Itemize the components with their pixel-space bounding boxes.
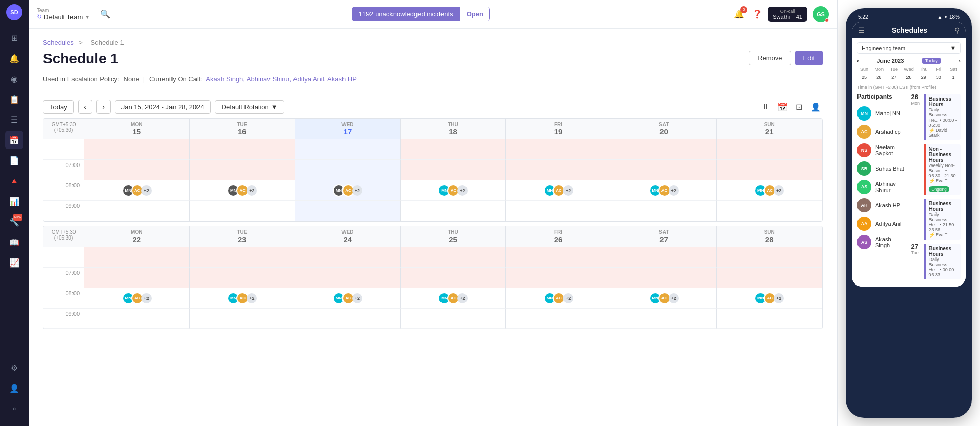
w2-thu-pre[interactable] xyxy=(401,247,506,268)
w1-wed-0800[interactable]: MN AC +2 xyxy=(295,180,401,201)
mini-cal-prev[interactable]: ‹ xyxy=(857,58,859,64)
sidebar-item-reports[interactable]: 📄 xyxy=(5,151,23,170)
sidebar-item-alerts[interactable]: 🔔 xyxy=(5,49,23,67)
breadcrumb-parent[interactable]: Schedules xyxy=(43,39,74,46)
w2-fri-pre[interactable] xyxy=(506,247,611,268)
sidebar-item-user-profile[interactable]: 👤 xyxy=(5,379,23,397)
w1-wed-0900[interactable] xyxy=(295,201,401,221)
w1-sat-pre[interactable] xyxy=(611,139,717,160)
w2-tue-pre[interactable] xyxy=(190,247,296,268)
w2-wed-0700[interactable] xyxy=(295,268,401,288)
event-wed-0800[interactable]: MN AC +2 xyxy=(333,184,362,197)
w2-sat-0900[interactable] xyxy=(611,309,717,329)
sidebar-user-avatar[interactable]: SD xyxy=(6,4,22,20)
mini-cal-30[interactable]: 30 xyxy=(932,74,946,81)
w1-mon-0800[interactable]: MN AC +2 xyxy=(84,180,190,201)
w1-sat-0900[interactable] xyxy=(611,201,717,221)
mini-cal-1[interactable]: 1 xyxy=(946,74,961,81)
w1-thu-pre[interactable] xyxy=(401,139,506,160)
event-w2-mon[interactable]: MN AC +2 xyxy=(122,292,152,304)
sidebar-item-incidents[interactable]: 📋 xyxy=(5,90,23,108)
oncall-people-link[interactable]: Akash Singh, Abhinav Shirur, Aditya Anil… xyxy=(206,75,357,83)
event-thu-0800[interactable]: MN AC +2 xyxy=(438,184,468,197)
incident-banner[interactable]: 1192 unacknowledged incidents Open xyxy=(352,7,490,21)
w2-sat-pre[interactable] xyxy=(611,247,717,268)
event-mon-0800[interactable]: MN AC +2 xyxy=(122,184,152,197)
w2-tue-0800[interactable]: MN AC +2 xyxy=(190,288,296,309)
w2-sun-0900[interactable] xyxy=(717,309,822,329)
w2-sat-0800[interactable]: MN AC +2 xyxy=(611,288,717,309)
event-fri-0800[interactable]: MN AC +2 xyxy=(544,184,573,197)
w2-fri-0900[interactable] xyxy=(506,309,611,329)
w2-mon-0700[interactable] xyxy=(84,268,190,288)
sidebar-item-schedules[interactable]: 📅 xyxy=(5,131,23,149)
w1-fri-0900[interactable] xyxy=(506,201,611,221)
w2-fri-0800[interactable]: MN AC +2 xyxy=(506,288,611,309)
calendar-icon[interactable]: 📅 xyxy=(775,100,790,114)
event-sun-0800[interactable]: MN AC +2 xyxy=(754,184,784,197)
w2-sun-pre[interactable] xyxy=(717,247,822,268)
sidebar-expand-btn[interactable]: » xyxy=(5,399,23,418)
w1-mon-pre[interactable] xyxy=(84,139,190,160)
edit-button[interactable]: Edit xyxy=(795,51,823,65)
event-w2-sat[interactable]: MN AC +2 xyxy=(649,292,679,304)
event-w2-sun[interactable]: MN AC +2 xyxy=(754,292,784,304)
event-w2-wed[interactable]: MN AC +2 xyxy=(333,292,362,304)
w2-wed-0900[interactable] xyxy=(295,309,401,329)
w1-thu-0800[interactable]: MN AC +2 xyxy=(401,180,506,201)
w2-mon-pre[interactable] xyxy=(84,247,190,268)
w2-tue-0900[interactable] xyxy=(190,309,296,329)
user-avatar-button[interactable]: GS xyxy=(813,6,829,22)
mini-cal-27[interactable]: 27 xyxy=(887,74,901,81)
w2-mon-0900[interactable] xyxy=(84,309,190,329)
sidebar-item-new[interactable]: 🔧 NEW xyxy=(5,212,23,231)
w1-sat-0800[interactable]: MN AC +2 xyxy=(611,180,717,201)
w1-fri-pre[interactable] xyxy=(506,139,611,160)
event-w2-thu[interactable]: MN AC +2 xyxy=(438,292,468,304)
w1-wed-0700[interactable] xyxy=(295,160,401,180)
w1-sun-0700[interactable] xyxy=(717,160,822,180)
phone-menu-icon[interactable]: ☰ xyxy=(858,26,865,34)
w1-sat-0700[interactable] xyxy=(611,160,717,180)
incident-open-btn[interactable]: Open xyxy=(460,7,490,21)
w2-fri-0700[interactable] xyxy=(506,268,611,288)
mini-cal-29[interactable]: 29 xyxy=(917,74,931,81)
mini-cal-25[interactable]: 25 xyxy=(857,74,871,81)
rotation-dropdown[interactable]: Default Rotation ▼ xyxy=(215,100,284,114)
w1-fri-0700[interactable] xyxy=(506,160,611,180)
search-button[interactable]: 🔍 xyxy=(100,9,110,19)
phone-team-dropdown[interactable]: Engineering team ▼ xyxy=(857,42,961,54)
sidebar-item-analytics[interactable]: 📊 xyxy=(5,192,23,210)
sidebar-item-status[interactable]: ◉ xyxy=(5,69,23,88)
w1-tue-0700[interactable] xyxy=(190,160,296,180)
remove-button[interactable]: Remove xyxy=(749,51,791,65)
w2-sun-0700[interactable] xyxy=(717,268,822,288)
user-icon[interactable]: 👤 xyxy=(808,100,823,114)
w1-tue-0900[interactable] xyxy=(190,201,296,221)
pause-icon[interactable]: ⏸ xyxy=(759,100,771,113)
w1-sun-0800[interactable]: MN AC +2 xyxy=(717,180,822,201)
w1-tue-0800[interactable]: MN AC +2 xyxy=(190,180,296,201)
today-button[interactable]: Today xyxy=(43,100,74,114)
w1-sun-pre[interactable] xyxy=(717,139,822,160)
event-w2-fri[interactable]: MN AC +2 xyxy=(544,292,573,304)
mini-cal-28[interactable]: 28 xyxy=(901,74,916,81)
w2-thu-0800[interactable]: MN AC +2 xyxy=(401,288,506,309)
next-button[interactable]: › xyxy=(96,100,111,114)
w1-mon-0700[interactable] xyxy=(84,160,190,180)
w1-fri-0800[interactable]: MN AC +2 xyxy=(506,180,611,201)
sidebar-item-escalations[interactable]: 🔺 xyxy=(5,172,23,190)
event-tue-0800[interactable]: MN AC +2 xyxy=(227,184,257,197)
mini-cal-next[interactable]: › xyxy=(959,58,961,64)
w2-sun-0800[interactable]: MN AC +2 xyxy=(717,288,822,309)
oncall-button[interactable]: On-call Swathi + 41 xyxy=(768,7,807,22)
sidebar-item-runbooks[interactable]: 📖 xyxy=(5,233,23,251)
event-sat-0800[interactable]: MN AC +2 xyxy=(649,184,679,197)
w1-wed-pre[interactable] xyxy=(295,139,401,160)
mini-cal-26[interactable]: 26 xyxy=(872,74,886,81)
w2-tue-0700[interactable] xyxy=(190,268,296,288)
mini-cal-today-btn[interactable]: Today xyxy=(922,58,941,64)
expand-icon[interactable]: ⊡ xyxy=(794,100,804,114)
team-selector[interactable]: Team ↻ Default Team ▼ xyxy=(37,8,90,21)
help-button[interactable]: ❓ xyxy=(752,9,763,19)
